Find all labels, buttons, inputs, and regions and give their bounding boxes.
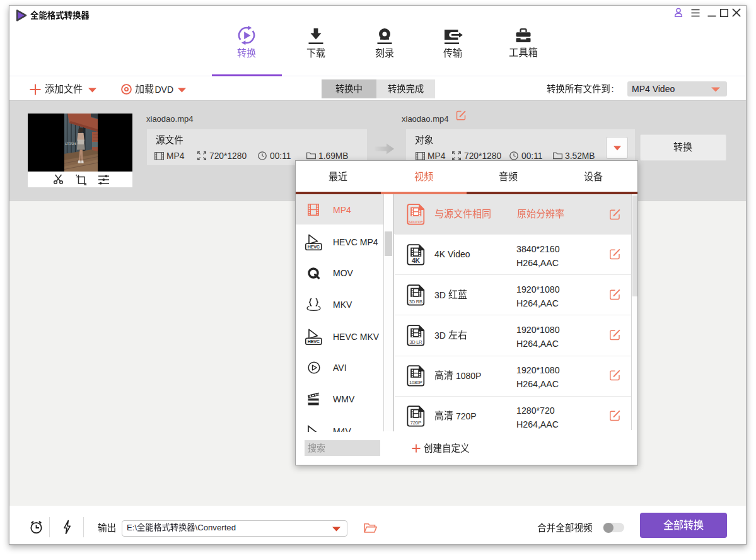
svg-text:LTFP2 6: LTFP2 6: [66, 143, 77, 146]
svg-text:4K: 4K: [412, 257, 421, 264]
svg-text:3D RB: 3D RB: [409, 299, 422, 305]
svg-text:HEVC: HEVC: [308, 339, 320, 344]
svg-text:720P: 720P: [410, 420, 421, 426]
svg-text:3D LR: 3D LR: [409, 339, 422, 345]
svg-text:HEVC: HEVC: [308, 244, 320, 250]
svg-text:source: source: [409, 219, 423, 225]
svg-text:1080P: 1080P: [409, 380, 422, 385]
